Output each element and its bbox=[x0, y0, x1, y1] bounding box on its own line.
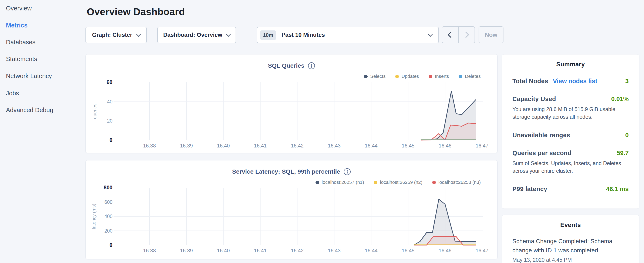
event-list-item: Schema Change Completed: Schema change w… bbox=[512, 237, 629, 263]
svg-text:200: 200 bbox=[104, 228, 112, 234]
svg-text:0: 0 bbox=[110, 242, 112, 248]
svg-text:16:44: 16:44 bbox=[365, 248, 378, 253]
sidebar-item-statements[interactable]: Statements bbox=[6, 54, 37, 64]
svg-text:latency (ms): latency (ms) bbox=[91, 204, 96, 229]
sidebar-item-overview[interactable]: Overview bbox=[6, 4, 32, 13]
graph-scope-dropdown-label: Graph: Cluster bbox=[92, 32, 132, 38]
queries-per-second-subtext: Sum of Selects, Updates, Inserts, and De… bbox=[512, 159, 629, 175]
svg-text:16:46: 16:46 bbox=[438, 143, 451, 149]
controls-divider bbox=[250, 27, 250, 43]
svg-text:0: 0 bbox=[110, 137, 112, 143]
svg-text:16:38: 16:38 bbox=[143, 248, 156, 253]
svg-text:16:42: 16:42 bbox=[291, 248, 304, 253]
svg-text:16:44: 16:44 bbox=[365, 143, 378, 149]
sidebar-item-jobs[interactable]: Jobs bbox=[6, 89, 19, 98]
summary-row-total-nodes: Total Nodes View nodes list 3 bbox=[512, 78, 629, 90]
graph-scope-dropdown[interactable]: Graph: Cluster bbox=[86, 27, 147, 43]
time-range-picker[interactable]: 10m Past 10 Minutes bbox=[257, 27, 439, 43]
time-forward-button[interactable] bbox=[458, 27, 474, 43]
svg-text:16:47: 16:47 bbox=[476, 248, 488, 253]
time-back-button[interactable] bbox=[442, 27, 458, 43]
sidebar-item-advanced-debug[interactable]: Advanced Debug bbox=[6, 105, 53, 115]
chevron-down-icon bbox=[136, 32, 141, 37]
chevron-down-icon bbox=[226, 32, 231, 37]
svg-text:40: 40 bbox=[107, 99, 112, 105]
chevron-down-icon bbox=[428, 32, 433, 37]
svg-text:16:39: 16:39 bbox=[180, 248, 193, 253]
service-latency-card: Service Latency: SQL, 99th percentile lo… bbox=[86, 160, 498, 259]
sidebar-item-databases[interactable]: Databases bbox=[6, 38, 36, 47]
sidebar-item-metrics[interactable]: Metrics bbox=[6, 21, 28, 30]
summary-title: Summary bbox=[512, 61, 629, 68]
sidebar-item-network-latency[interactable]: Network Latency bbox=[6, 71, 52, 81]
capacity-used-subtext: You are using 28.6 MiB of 515.9 GiB usab… bbox=[512, 105, 629, 121]
summary-row-queries-per-second: Queries per second 59.7 Sum of Selects, … bbox=[512, 144, 629, 180]
svg-text:16:46: 16:46 bbox=[438, 248, 451, 253]
view-nodes-list-link[interactable]: View nodes list bbox=[553, 78, 597, 85]
dashboard-dropdown[interactable]: Dashboard: Overview bbox=[157, 27, 236, 43]
unavailable-ranges-value: 0 bbox=[625, 132, 629, 139]
summary-row-p99-latency: P99 latency 46.1 ms bbox=[512, 180, 629, 198]
summary-panel: Summary Total Nodes View nodes list 3 Ca… bbox=[502, 54, 639, 209]
sql-queries-card: SQL Queries Selects Updates Inserts Dele… bbox=[86, 54, 498, 153]
summary-row-unavailable-ranges: Unavailable ranges 0 bbox=[512, 126, 629, 144]
svg-text:16:38: 16:38 bbox=[143, 143, 156, 149]
capacity-used-label: Capacity Used bbox=[512, 96, 556, 103]
svg-text:16:40: 16:40 bbox=[217, 248, 230, 253]
svg-text:16:47: 16:47 bbox=[476, 143, 488, 149]
event-timestamp: May 13, 2020 at 4:45 PM bbox=[512, 257, 629, 263]
queries-per-second-label: Queries per second bbox=[512, 150, 572, 157]
svg-text:600: 600 bbox=[104, 199, 112, 205]
unavailable-ranges-label: Unavailable ranges bbox=[512, 132, 570, 139]
total-nodes-label: Total Nodes bbox=[512, 78, 548, 85]
svg-text:16:41: 16:41 bbox=[254, 143, 266, 149]
time-range-badge: 10m bbox=[260, 31, 276, 40]
service-latency-chart[interactable]: 16:3816:3916:4016:4116:4216:4316:4416:45… bbox=[86, 160, 498, 259]
events-panel: Events Schema Change Completed: Schema c… bbox=[502, 215, 639, 263]
svg-text:16:45: 16:45 bbox=[402, 248, 414, 253]
svg-text:16:42: 16:42 bbox=[291, 143, 304, 149]
svg-text:800: 800 bbox=[104, 184, 112, 190]
event-text: Schema Change Completed: Schema change w… bbox=[512, 237, 629, 255]
events-title: Events bbox=[512, 221, 629, 228]
now-button[interactable]: Now bbox=[478, 26, 504, 43]
sidebar: Overview Metrics Databases Statements Ne… bbox=[0, 0, 85, 263]
sql-queries-chart[interactable]: 16:3816:3916:4016:4116:4216:4316:4416:45… bbox=[86, 55, 498, 153]
svg-text:16:43: 16:43 bbox=[328, 248, 340, 253]
dashboard-dropdown-label: Dashboard: Overview bbox=[163, 32, 222, 38]
svg-text:16:43: 16:43 bbox=[328, 143, 340, 149]
svg-text:400: 400 bbox=[104, 214, 112, 219]
p99-latency-label: P99 latency bbox=[512, 185, 547, 193]
svg-text:16:40: 16:40 bbox=[217, 143, 230, 149]
svg-text:20: 20 bbox=[107, 118, 112, 124]
svg-text:16:45: 16:45 bbox=[402, 143, 414, 149]
svg-text:16:41: 16:41 bbox=[254, 248, 266, 253]
queries-per-second-value: 59.7 bbox=[617, 150, 629, 157]
total-nodes-value: 3 bbox=[625, 78, 629, 85]
chevron-right-icon bbox=[463, 32, 469, 38]
p99-latency-value: 46.1 ms bbox=[606, 185, 629, 193]
time-step-buttons bbox=[442, 26, 475, 43]
time-range-label: Past 10 Minutes bbox=[282, 32, 429, 38]
summary-row-capacity-used: Capacity Used 0.01% You are using 28.6 M… bbox=[512, 90, 629, 126]
chevron-left-icon bbox=[448, 32, 454, 38]
page-title: Overview Dashboard bbox=[87, 6, 185, 18]
svg-text:60: 60 bbox=[106, 79, 112, 85]
svg-text:queries: queries bbox=[92, 104, 98, 119]
svg-text:16:39: 16:39 bbox=[180, 143, 193, 149]
capacity-used-value: 0.01% bbox=[611, 96, 629, 103]
